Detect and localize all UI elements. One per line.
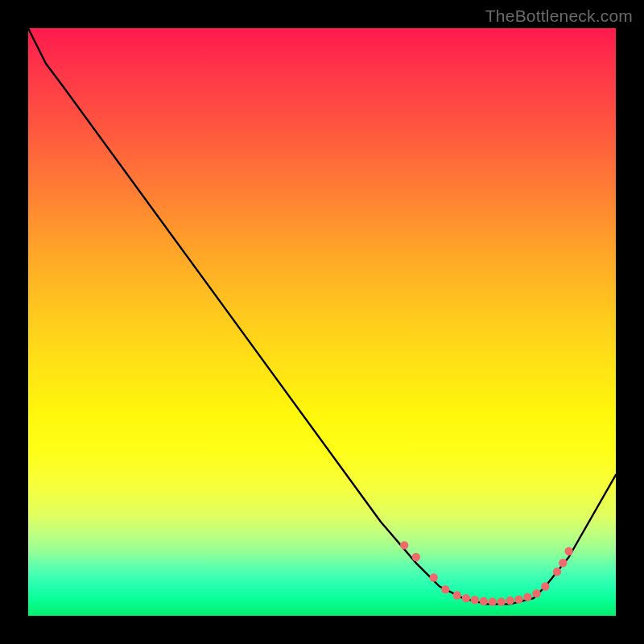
marker-group (400, 541, 573, 606)
curve-marker (480, 597, 488, 605)
curve-marker (441, 585, 449, 593)
curve-marker (506, 597, 514, 605)
curve-marker (400, 541, 408, 549)
curve-marker (430, 573, 438, 581)
curve-marker (559, 559, 567, 567)
curve-marker (514, 595, 522, 603)
curve-marker (564, 547, 572, 555)
curve-marker (462, 594, 470, 602)
curve-marker (471, 596, 479, 604)
curve-path (28, 28, 616, 604)
curve-marker (553, 568, 561, 576)
plot-area (28, 28, 616, 616)
curve-marker (532, 589, 540, 597)
curve-marker (489, 597, 497, 605)
attribution-label: TheBottleneck.com (485, 6, 633, 26)
curve-marker (523, 592, 531, 601)
curve-marker (497, 597, 506, 605)
chart-stage: TheBottleneck.com (0, 0, 644, 644)
curve-marker (412, 553, 420, 561)
bottleneck-curve (28, 28, 616, 616)
curve-marker (541, 582, 549, 590)
curve-marker (453, 591, 461, 599)
